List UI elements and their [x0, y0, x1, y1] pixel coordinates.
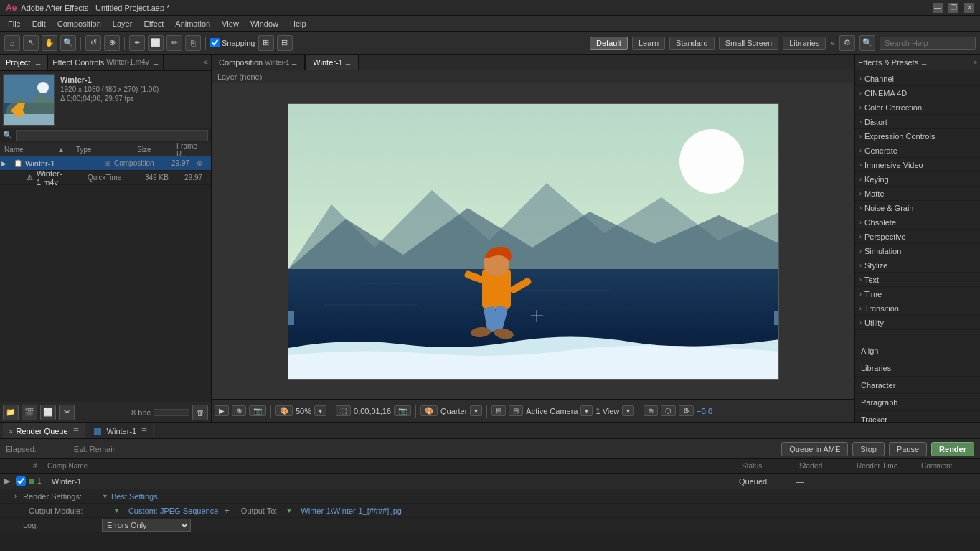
effect-cat-simulation[interactable]: › Simulation: [855, 244, 980, 258]
brush-tool[interactable]: ✏: [166, 35, 182, 51]
effects-menu-icon[interactable]: ☰: [921, 59, 927, 66]
workspace-more[interactable]: »: [830, 38, 835, 48]
effect-cat-obsolete[interactable]: › Obsolete: [855, 215, 980, 230]
menu-layer[interactable]: Layer: [108, 18, 138, 29]
delete-btn[interactable]: 🗑: [192, 405, 208, 420]
menu-effect[interactable]: Effect: [138, 18, 169, 29]
effect-cat-transition[interactable]: › Transition: [855, 301, 980, 316]
output-module-value[interactable]: Custom: JPEG Sequence: [128, 507, 218, 515]
snapping-checkbox[interactable]: [210, 38, 220, 47]
effect-cat-immersive-video[interactable]: › Immersive Video: [855, 158, 980, 172]
view-dropdown[interactable]: ▾: [622, 405, 634, 416]
workspace-standard[interactable]: Standard: [669, 37, 715, 50]
render-item-expand[interactable]: ▶: [4, 476, 16, 486]
effect-cat-perspective[interactable]: › Perspective: [855, 230, 980, 244]
menu-edit[interactable]: Edit: [27, 18, 51, 29]
menu-view[interactable]: View: [217, 18, 244, 29]
mask-tool[interactable]: ⬜: [148, 35, 164, 51]
unified-tool[interactable]: ⊕: [104, 35, 120, 51]
workspace-small-screen[interactable]: Small Screen: [719, 37, 778, 50]
minimize-button[interactable]: —: [933, 3, 943, 13]
effect-cat-expression-controls[interactable]: › Expression Controls: [855, 129, 980, 143]
zoom-tool[interactable]: 🔍: [60, 35, 76, 51]
share-btn[interactable]: ⬡: [661, 405, 676, 416]
new-solid-btn[interactable]: ⬜: [40, 405, 56, 420]
new-folder-btn[interactable]: 📁: [3, 405, 19, 420]
play-options[interactable]: ⊕: [232, 405, 246, 416]
workspace-libraries[interactable]: Libraries: [783, 37, 826, 50]
render-queue-close[interactable]: ×: [9, 427, 13, 435]
panel-item-libraries[interactable]: Libraries: [855, 359, 980, 377]
layer-btn[interactable]: ⊟: [509, 405, 523, 416]
close-button[interactable]: ✕: [964, 3, 974, 13]
pause-button[interactable]: Pause: [889, 442, 927, 456]
screenshot-btn[interactable]: 📷: [249, 405, 266, 416]
workspace-default[interactable]: Default: [590, 37, 628, 50]
new-comp-btn[interactable]: 🎬: [22, 405, 37, 420]
panel-item-tracker[interactable]: Tracker: [855, 411, 980, 422]
render-item-row[interactable]: ▶ 1 Winter-1 Queued —: [0, 474, 980, 489]
effect-cat-matte[interactable]: › Matte: [855, 187, 980, 201]
effect-cat-stylize[interactable]: › Stylize: [855, 258, 980, 273]
clone-tool[interactable]: ⎘: [185, 35, 201, 51]
color-picker-btn[interactable]: 🎨: [275, 405, 293, 416]
tab-project[interactable]: Project ☰: [0, 55, 47, 70]
color-btn[interactable]: 🎨: [420, 405, 438, 416]
snapping-btn[interactable]: ⊞: [258, 35, 274, 51]
rotate-tool[interactable]: ↺: [85, 35, 101, 51]
tab-composition[interactable]: Composition Winter-1 ☰: [212, 55, 305, 70]
menu-help[interactable]: Help: [285, 18, 311, 29]
hand-tool[interactable]: ✋: [42, 35, 57, 51]
stop-button[interactable]: Stop: [852, 442, 885, 456]
scissors-btn[interactable]: ✂: [59, 405, 75, 420]
render-settings-expand[interactable]: ▼: [102, 493, 108, 500]
queue-in-ame-button[interactable]: Queue in AME: [781, 442, 848, 456]
item-settings-icon[interactable]: ⊕: [197, 159, 209, 167]
pen-tool[interactable]: ✒: [129, 35, 145, 51]
panel-left-collapse[interactable]: «: [204, 58, 208, 66]
settings2-btn[interactable]: ⚙: [679, 405, 694, 416]
panel-item-paragraph[interactable]: Paragraph: [855, 394, 980, 411]
guide-btn[interactable]: ⊟: [277, 35, 293, 51]
effect-cat-color-correction[interactable]: › Color Correction: [855, 100, 980, 115]
effect-cat-cinema4d[interactable]: › CINEMA 4D: [855, 86, 980, 100]
resolution-dropdown[interactable]: ▾: [470, 405, 482, 416]
home-tool[interactable]: ⌂: [4, 35, 20, 51]
effect-cat-time[interactable]: › Time: [855, 287, 980, 301]
camera-dropdown[interactable]: ▾: [580, 405, 593, 416]
effect-cat-text[interactable]: › Text: [855, 273, 980, 287]
zoom-dropdown[interactable]: ▾: [314, 405, 326, 416]
panel-collapse-btn[interactable]: »: [973, 58, 977, 66]
select-tool[interactable]: ↖: [23, 35, 39, 51]
grid-btn[interactable]: ⊞: [491, 405, 506, 416]
menu-animation[interactable]: Animation: [170, 18, 215, 29]
panel-item-character[interactable]: Character: [855, 377, 980, 394]
file-row-winter1[interactable]: ▶ 📋 Winter-1 ⊞ Composition 29.97 ⊕: [0, 156, 211, 171]
panel-item-align[interactable]: Align: [855, 342, 980, 359]
tab-timeline[interactable]: Winter-1 ☰: [306, 55, 359, 70]
snap-btn[interactable]: ⊕: [644, 405, 658, 416]
menu-file[interactable]: File: [3, 18, 26, 29]
output-module-expand[interactable]: ▼: [113, 507, 120, 514]
output-to-value[interactable]: Winter-1\Winter-1_[####].jpg: [301, 507, 402, 515]
project-search-input[interactable]: [16, 130, 208, 141]
effect-cat-generate[interactable]: › Generate: [855, 143, 980, 158]
comp-viewport[interactable]: [212, 83, 854, 399]
render-button[interactable]: Render: [931, 442, 974, 456]
tab-winter1-timeline[interactable]: Winter-1 ☰: [88, 423, 154, 438]
output-to-expand[interactable]: ▼: [286, 507, 292, 514]
effect-cat-keying[interactable]: › Keying: [855, 172, 980, 187]
file-row-winter1m4v[interactable]: ⚠ Winter-1.m4v QuickTime 349 KB 29.97: [0, 171, 211, 185]
tab-effect-controls[interactable]: Effect Controls Winter-1.m4v ☰: [48, 55, 163, 70]
effect-cat-utility[interactable]: › Utility: [855, 316, 980, 330]
play-btn[interactable]: ▶: [215, 405, 229, 416]
workspace-learn[interactable]: Learn: [632, 37, 665, 50]
tab-render-queue[interactable]: × Render Queue ☰: [3, 423, 85, 438]
log-select[interactable]: Errors Only Plus Settings Plus Per Frame…: [102, 519, 191, 532]
output-add-btn[interactable]: +: [224, 505, 230, 516]
restore-button[interactable]: ❐: [948, 3, 958, 13]
effect-cat-channel[interactable]: › Channel: [855, 72, 980, 86]
region-btn[interactable]: ⬚: [336, 405, 351, 416]
menu-window[interactable]: Window: [245, 18, 283, 29]
render-item-checkbox[interactable]: [16, 476, 26, 486]
